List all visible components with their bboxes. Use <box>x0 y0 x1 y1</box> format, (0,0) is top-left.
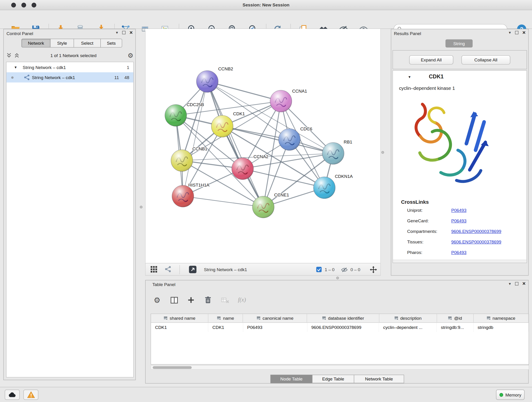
collapse-all-button[interactable]: Collapse All <box>462 55 510 64</box>
table-panel-title: Table Panel <box>152 282 176 287</box>
node-label: RB1 <box>344 140 352 144</box>
column-header-description[interactable]: description <box>379 314 437 322</box>
node-label: HIST1H1A <box>188 183 209 187</box>
control-panel: Control Panel ▾ × Network Style Select S… <box>3 29 136 380</box>
cloud-status-button[interactable] <box>5 390 20 400</box>
node-label: CDC25B <box>186 102 204 107</box>
window-title: Session: New Session <box>0 2 532 7</box>
network-options-gear-icon[interactable]: ⚙ <box>128 52 133 58</box>
table-panel-menu-icon[interactable]: ▾ <box>509 281 511 286</box>
collection-expand-icon[interactable]: ▼ <box>14 65 17 69</box>
crosslink-genecard-link[interactable]: P06493 <box>451 218 467 223</box>
scrollbar-thumb[interactable] <box>152 366 191 369</box>
tab-network-table[interactable]: Network Table <box>354 375 404 383</box>
network-row-selected[interactable]: String Network – cdk1 11 48 <box>6 72 133 82</box>
column-sort-icon <box>486 316 491 320</box>
network-edge[interactable] <box>243 169 324 188</box>
network-edge[interactable] <box>207 81 263 207</box>
network-node-ccna1[interactable]: CCNA1 <box>270 89 307 112</box>
cell-shared-name: CDK1 <box>151 323 208 332</box>
column-sort-icon <box>217 316 221 320</box>
memory-button[interactable]: Memory <box>496 390 525 400</box>
table-toolbar: ⚙ f(x) <box>152 294 247 305</box>
plus-icon <box>187 296 195 304</box>
crosslinks-heading: CrossLinks <box>401 199 429 205</box>
tab-network[interactable]: Network <box>21 39 51 48</box>
tab-select[interactable]: Select <box>74 39 101 48</box>
network-node-rb1[interactable]: RB1 <box>322 140 352 164</box>
table-settings-gear-icon[interactable]: ⚙ <box>152 295 162 305</box>
tab-node-table[interactable]: Node Table <box>270 375 312 383</box>
control-panel-close-icon[interactable]: × <box>129 31 133 35</box>
table-row[interactable]: CDK1 CDK1 P06493 9606.ENSP00000378699 cy… <box>151 323 529 332</box>
tab-sets[interactable]: Sets <box>100 39 122 48</box>
network-edge[interactable] <box>183 196 263 207</box>
table-panel: Table Panel ▾ × ⚙ f(x) shared name <box>145 280 529 384</box>
column-header-namespace[interactable]: namespace <box>474 314 529 322</box>
delete-column-button[interactable] <box>203 295 213 305</box>
expand-all-icon[interactable] <box>14 53 19 58</box>
selected-nodes-checkbox[interactable] <box>316 267 322 272</box>
control-panel-float-icon[interactable] <box>122 31 126 34</box>
network-node-ccnb1[interactable]: CCNB1 <box>171 147 207 172</box>
pan-mode-button[interactable] <box>370 266 377 274</box>
network-type-button[interactable] <box>165 266 171 273</box>
column-header-id[interactable]: @id <box>437 314 474 322</box>
collapse-all-icon[interactable] <box>6 53 12 58</box>
column-header-canonical-name[interactable]: canonical name <box>243 314 307 322</box>
function-builder-button-disabled[interactable]: f(x) <box>237 295 247 305</box>
table-panel-float-icon[interactable] <box>515 282 518 286</box>
network-view-canvas[interactable]: CCNB2CCNA1CDC25BCDK1CDC6RB1CCNB1CCNA2CDK… <box>145 29 381 263</box>
network-view-footer: String Network – cdk1 1 – 0 0 – 0 <box>145 263 381 276</box>
right-splitter-handle[interactable] <box>381 151 384 154</box>
crosslink-uniprot-link[interactable]: P06493 <box>451 208 467 213</box>
left-splitter-handle[interactable] <box>140 206 143 208</box>
network-edge[interactable] <box>207 81 281 101</box>
control-panel-menu-icon[interactable]: ▾ <box>116 30 118 35</box>
results-panel-close-icon[interactable]: × <box>522 31 526 35</box>
column-header-shared-name[interactable]: shared name <box>151 314 208 322</box>
column-header-database-identifier[interactable]: database identifier <box>307 314 379 322</box>
network-node-cdk1[interactable]: CDK1 <box>211 111 245 137</box>
node-label: CCNA1 <box>292 89 307 94</box>
expand-all-button[interactable]: Expand All <box>409 55 453 64</box>
results-panel-menu-icon[interactable]: ▾ <box>509 30 511 35</box>
open-in-window-button[interactable] <box>189 265 197 274</box>
crosslink-compartments-link[interactable]: 9606.ENSP00000378699 <box>451 229 501 234</box>
crosslink-label: GeneCard: <box>407 218 429 223</box>
crosslink-label: Pharos: <box>407 250 422 255</box>
network-edge[interactable] <box>183 81 207 196</box>
memory-status-dot-icon <box>499 393 503 396</box>
network-tree: ▼ String Network – cdk1 1 String Network… <box>6 62 134 377</box>
delete-table-button-disabled[interactable] <box>220 295 230 305</box>
table-panel-close-icon[interactable]: × <box>522 282 526 286</box>
add-column-button[interactable] <box>186 295 196 305</box>
network-node-hist1h1a[interactable]: HIST1H1A <box>172 183 209 207</box>
collection-label: String Network – cdk1 <box>23 65 66 70</box>
status-bar: Memory <box>0 387 532 402</box>
bottom-splitter-handle[interactable] <box>336 277 339 279</box>
cell-id: stringdb:9... <box>437 323 474 332</box>
crosslink-tissues-link[interactable]: 9606.ENSP00000378699 <box>451 239 501 244</box>
birds-eye-view-button[interactable] <box>150 266 158 274</box>
table-horizontal-scrollbar[interactable] <box>151 365 529 370</box>
column-header-name[interactable]: name <box>208 314 243 322</box>
results-panel-float-icon[interactable] <box>515 31 518 34</box>
hidden-elements-button[interactable] <box>341 266 348 273</box>
network-collection-row[interactable]: ▼ String Network – cdk1 1 <box>6 62 133 72</box>
tab-edge-table[interactable]: Edge Table <box>312 375 354 383</box>
network-graph[interactable]: CCNB2CCNA1CDC25BCDK1CDC6RB1CCNB1CCNA2CDK… <box>146 29 381 263</box>
crosslink-pharos-link[interactable]: P06493 <box>451 250 467 255</box>
node-label: CCNA2 <box>253 154 268 159</box>
results-toolbar-box: Expand All Collapse All <box>393 50 527 69</box>
network-node-ccnb2[interactable]: CCNB2 <box>196 66 233 92</box>
tab-style[interactable]: Style <box>50 39 74 48</box>
show-columns-button[interactable] <box>169 295 179 305</box>
results-horizontal-scrollbar[interactable] <box>393 260 526 263</box>
node-label: CCNB2 <box>218 66 233 71</box>
network-edge[interactable] <box>222 126 333 153</box>
network-current-dot-icon <box>11 76 13 78</box>
gene-collapse-icon[interactable]: ▼ <box>408 75 411 79</box>
tab-string[interactable]: String <box>445 39 472 48</box>
warnings-button[interactable] <box>23 390 38 400</box>
